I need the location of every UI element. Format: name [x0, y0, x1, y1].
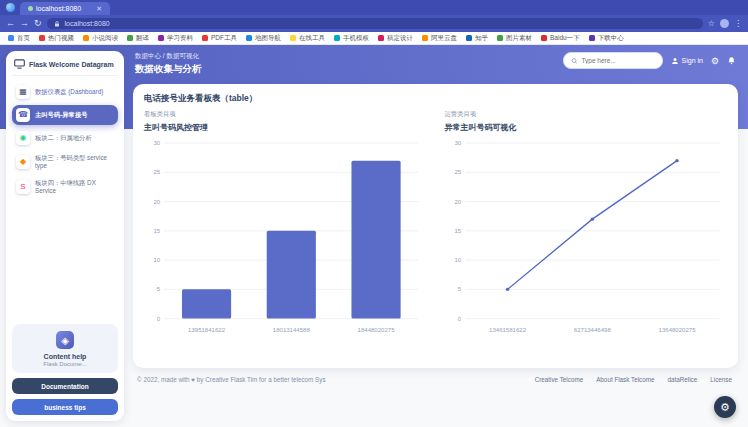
copyright-text: © 2022, made with ♥ by Creative Flask Ti…	[137, 376, 326, 383]
page-title: 数据收集与分析	[135, 63, 202, 76]
bar-chart-panel: 看板类目项 主叫号码风控管理 0510152025301395184162218…	[144, 110, 427, 337]
bookmark-favicon	[422, 35, 428, 41]
top-navbar: 数据中心 / 数据可视化 数据收集与分析 Sign in	[133, 50, 738, 82]
bookmark-favicon	[83, 35, 89, 41]
help-subtitle: Flask Docume...	[18, 361, 112, 367]
breadcrumb: 数据中心 / 数据可视化	[135, 52, 202, 61]
bookmark-favicon	[39, 35, 45, 41]
spaceship-icon: S	[16, 180, 30, 194]
bookmark-favicon	[497, 35, 503, 41]
sidebar-item-region-analysis[interactable]: ◉ 板块二：归属地分析	[12, 128, 118, 148]
help-title: Content help	[18, 353, 112, 360]
line-chart-subtitle: 运营类目项	[445, 110, 728, 119]
person-icon	[671, 57, 679, 65]
dashboard-icon: ▦	[16, 85, 30, 99]
address-bar[interactable]: localhost:8080	[47, 18, 703, 29]
svg-text:10: 10	[454, 257, 461, 263]
sidebar-nav: ▦ 数据仪表盘 (Dashboard) ☎ 主叫号码-异常接号 ◉ 板块二：归属…	[12, 82, 118, 197]
search-box[interactable]	[563, 52, 663, 69]
bookmark-favicon	[541, 35, 547, 41]
svg-text:25: 25	[454, 169, 461, 175]
documentation-button[interactable]: Documentation	[12, 378, 118, 394]
bookmark-favicon	[158, 35, 164, 41]
svg-text:13951841622: 13951841622	[188, 327, 226, 333]
bookmark-item[interactable]: 知乎	[466, 34, 488, 43]
bookmark-item[interactable]: 热门视频	[39, 34, 74, 43]
address-url: localhost:8080	[65, 20, 110, 27]
bookmark-item[interactable]: 阿里云盘	[422, 34, 457, 43]
footer-link-license[interactable]: License	[710, 376, 732, 383]
svg-text:18448020275: 18448020275	[358, 327, 396, 333]
footer-link-creative[interactable]: Creative Telcome	[535, 376, 584, 383]
sidebar-item-dx-service[interactable]: S 板块四：中继线路 DX Service	[12, 176, 118, 198]
reload-icon[interactable]: ↻	[34, 19, 42, 28]
browser-logo-icon[interactable]	[6, 3, 15, 12]
sidebar-item-service-type[interactable]: ◆ 板块三：号码类型 service type	[12, 151, 118, 173]
bookmark-item[interactable]: PDF工具	[202, 34, 237, 43]
bookmark-item[interactable]: 首页	[8, 34, 30, 43]
brand-label: Flask Welcome Datagram	[29, 61, 114, 68]
brand-monitor-icon	[14, 59, 25, 69]
page-footer: © 2022, made with ♥ by Creative Flask Ti…	[133, 368, 738, 383]
svg-text:0: 0	[157, 316, 161, 322]
svg-text:13648020275: 13648020275	[658, 327, 696, 333]
svg-text:20: 20	[454, 199, 461, 205]
browser-menu-icon[interactable]: ⋮	[734, 19, 742, 28]
svg-text:0: 0	[457, 316, 461, 322]
search-input[interactable]	[581, 57, 654, 64]
bookmark-item[interactable]: 手机模板	[334, 34, 369, 43]
help-card: ◈ Content help Flask Docume...	[12, 324, 118, 373]
main-content: 数据中心 / 数据可视化 数据收集与分析 Sign in	[131, 45, 748, 383]
footer-links: Creative Telcome About Flask Telcome dat…	[535, 376, 732, 383]
footer-link-about[interactable]: About Flask Telcome	[596, 376, 654, 383]
bookmark-star-icon[interactable]: ☆	[708, 19, 715, 28]
sidebar-item-label: 主叫号码-异常接号	[35, 111, 87, 119]
browser-tab[interactable]: localhost:8080 ✕	[20, 2, 110, 15]
sidebar-item-caller-anomaly[interactable]: ☎ 主叫号码-异常接号	[12, 105, 118, 125]
notifications-bell-icon[interactable]	[727, 56, 736, 65]
bookmark-item[interactable]: 翻译	[127, 34, 149, 43]
sidebar-footer: ◈ Content help Flask Docume... Documenta…	[12, 324, 118, 415]
svg-text:18013144588: 18013144588	[273, 327, 311, 333]
sign-in-label: Sign in	[682, 57, 703, 64]
line-chart-panel: 运营类目项 异常主叫号码可视化 051015202530134615816226…	[445, 110, 728, 337]
floating-settings-button[interactable]: ⚙	[714, 396, 736, 418]
tab-close-icon[interactable]: ✕	[96, 5, 102, 13]
line-chart: 0510152025301346158162262713446498136480…	[445, 135, 728, 337]
bookmark-favicon	[127, 35, 133, 41]
sidebar-item-label: 板块三：号码类型 service type	[35, 154, 114, 170]
svg-text:20: 20	[153, 199, 160, 205]
bar-chart: 0510152025301395184162218013144588184480…	[144, 135, 427, 337]
location-icon: ◉	[16, 131, 30, 145]
bookmark-item[interactable]: 下载中心	[589, 34, 624, 43]
sign-in-button[interactable]: Sign in	[671, 57, 703, 65]
settings-gear-icon[interactable]: ⚙	[711, 56, 719, 66]
back-icon[interactable]: ←	[6, 19, 15, 28]
footer-link-datarelice[interactable]: dataRelice	[668, 376, 698, 383]
svg-text:30: 30	[153, 140, 160, 146]
svg-text:25: 25	[153, 169, 160, 175]
bookmark-item[interactable]: Baidu一下	[541, 34, 580, 43]
bookmark-item[interactable]: 稿定设计	[378, 34, 413, 43]
browser-tab-strip: localhost:8080 ✕	[0, 0, 748, 15]
bookmark-item[interactable]: 在线工具	[290, 34, 325, 43]
bookmarks-bar: 首页热门视频小说阅读翻译学习资料PDF工具地图导航在线工具手机模板稿定设计阿里云…	[0, 32, 748, 45]
bookmark-item[interactable]: 小说阅读	[83, 34, 118, 43]
help-box-icon: ◈	[56, 331, 74, 349]
svg-text:62713446498: 62713446498	[573, 327, 611, 333]
bookmark-favicon	[246, 35, 252, 41]
bookmark-item[interactable]: 地图导航	[246, 34, 281, 43]
svg-text:30: 30	[454, 140, 461, 146]
sidebar-item-label: 板块二：归属地分析	[35, 134, 92, 142]
svg-text:15: 15	[454, 228, 461, 234]
browser-avatar[interactable]	[720, 19, 729, 28]
brand[interactable]: Flask Welcome Datagram	[12, 58, 118, 76]
card-title: 电话接号业务看板表（table）	[144, 93, 727, 105]
forward-icon[interactable]: →	[20, 19, 29, 28]
sidebar-item-dashboard[interactable]: ▦ 数据仪表盘 (Dashboard)	[12, 82, 118, 102]
bookmark-favicon	[378, 35, 384, 41]
bookmark-item[interactable]: 图片素材	[497, 34, 532, 43]
bookmark-favicon	[334, 35, 340, 41]
bookmark-item[interactable]: 学习资料	[158, 34, 193, 43]
business-tips-button[interactable]: business tips	[12, 399, 118, 415]
